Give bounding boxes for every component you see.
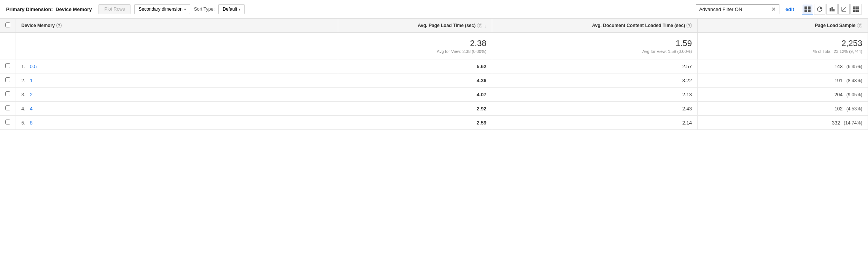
summary-row: 2.38 Avg for View: 2.38 (0.00%) 1.59 Avg… — [0, 33, 868, 59]
svg-rect-3 — [808, 10, 811, 12]
row-checkbox-cell[interactable] — [0, 102, 16, 116]
row-checkbox[interactable] — [5, 105, 10, 110]
row-number: 3. — [21, 92, 25, 97]
row-device-link[interactable]: 1 — [30, 78, 32, 83]
pivot-view-button[interactable] — [851, 4, 862, 14]
row-sample-cell: 191 (8.48%) — [698, 73, 868, 88]
scatter-icon — [841, 6, 847, 12]
table-row: 1. 0.5 5.62 2.57 143 (6.35%) — [0, 59, 868, 73]
row-sample-count: 191 — [835, 78, 843, 83]
svg-rect-13 — [857, 6, 859, 8]
summary-avg-doc-cell: 1.59 Avg for View: 1.59 (0.00%) — [492, 33, 697, 59]
row-device-link[interactable]: 0.5 — [30, 64, 37, 69]
scatter-view-button[interactable] — [838, 4, 850, 14]
toolbar: Primary Dimension: Device Memory Plot Ro… — [0, 0, 868, 19]
svg-rect-5 — [830, 8, 831, 11]
row-avg-load-cell: 4.07 — [338, 88, 492, 102]
row-avg-load-cell: 2.59 — [338, 116, 492, 130]
table-row: 4. 4 2.92 2.43 102 (4.53%) — [0, 102, 868, 116]
row-device-cell: 2. 1 — [16, 73, 338, 88]
col-header-sample: Page Load Sample ? — [698, 19, 868, 33]
summary-avg-doc-sub: Avg for View: 1.59 (0.00%) — [498, 49, 692, 54]
row-checkbox-cell[interactable] — [0, 59, 16, 73]
svg-rect-21 — [855, 11, 857, 12]
summary-checkbox-cell — [0, 33, 16, 59]
row-sample-count: 143 — [835, 64, 843, 69]
sort-type-dropdown[interactable]: Default ▾ — [218, 4, 245, 14]
row-checkbox-cell[interactable] — [0, 116, 16, 130]
row-device-link[interactable]: 8 — [30, 120, 32, 126]
table-row: 5. 8 2.59 2.14 332 (14.74%) — [0, 116, 868, 130]
row-device-cell: 4. 4 — [16, 102, 338, 116]
summary-avg-doc-value: 1.59 — [498, 38, 692, 48]
row-sample-pct: (8.48%) — [846, 78, 862, 83]
svg-line-8 — [842, 7, 846, 11]
advanced-filter-box: Advanced Filter ON ✕ — [696, 4, 779, 14]
row-device-cell: 1. 0.5 — [16, 59, 338, 73]
row-sample-count: 204 — [835, 92, 843, 97]
row-avg-doc-cell: 2.43 — [492, 102, 697, 116]
row-checkbox[interactable] — [5, 91, 10, 96]
row-sample-pct: (4.53%) — [846, 106, 862, 112]
pie-view-button[interactable] — [814, 4, 825, 14]
row-checkbox[interactable] — [5, 120, 10, 124]
row-device-link[interactable]: 2 — [30, 92, 32, 97]
svg-rect-14 — [853, 8, 855, 9]
row-avg-doc-cell: 2.13 — [492, 88, 697, 102]
row-avg-doc-cell: 3.22 — [492, 73, 697, 88]
row-avg-doc-cell: 2.14 — [492, 116, 697, 130]
row-avg-load-cell: 4.36 — [338, 73, 492, 88]
table-view-button[interactable] — [802, 4, 813, 14]
secondary-dimension-dropdown[interactable]: Secondary dimension ▾ — [134, 4, 190, 14]
svg-rect-18 — [855, 10, 857, 11]
row-sample-pct: (9.05%) — [846, 92, 862, 97]
help-icon-avg-doc[interactable]: ? — [687, 23, 692, 28]
svg-rect-16 — [857, 8, 859, 9]
chevron-down-icon-sort: ▾ — [238, 7, 240, 11]
table-row: 3. 2 4.07 2.13 204 (9.05%) — [0, 88, 868, 102]
svg-rect-2 — [804, 10, 807, 12]
summary-sample-value: 2,253 — [703, 38, 862, 48]
row-sample-count: 332 — [832, 120, 840, 126]
row-number: 2. — [21, 78, 25, 83]
table-row: 2. 1 4.36 3.22 191 (8.48%) — [0, 73, 868, 88]
select-all-checkbox-cell[interactable] — [0, 19, 16, 33]
plot-rows-button[interactable]: Plot Rows — [99, 4, 130, 14]
summary-avg-load-sub: Avg for View: 2.38 (0.00%) — [343, 49, 486, 54]
svg-rect-1 — [808, 6, 811, 9]
col-header-avg-doc: Avg. Document Content Loaded Time (sec) … — [492, 19, 697, 33]
row-number: 4. — [21, 106, 25, 112]
summary-sample-cell: 2,253 % of Total: 23.12% (9,744) — [698, 33, 868, 59]
svg-rect-17 — [853, 10, 855, 11]
table-icon — [804, 6, 811, 12]
row-sample-cell: 332 (14.74%) — [698, 116, 868, 130]
row-sample-pct: (6.35%) — [846, 64, 862, 69]
row-device-cell: 5. 8 — [16, 116, 338, 130]
primary-dimension-label: Primary Dimension: Device Memory — [6, 6, 92, 12]
svg-rect-15 — [855, 8, 857, 9]
filter-close-icon[interactable]: ✕ — [771, 6, 776, 12]
bar-view-button[interactable] — [826, 4, 838, 14]
view-icons-group — [802, 4, 862, 14]
row-sample-cell: 102 (4.53%) — [698, 102, 868, 116]
row-device-link[interactable]: 4 — [30, 106, 32, 112]
filter-text: Advanced Filter ON — [699, 6, 768, 12]
row-checkbox-cell[interactable] — [0, 88, 16, 102]
table-header-row: Device Memory ? Avg. Page Load Time (sec… — [0, 19, 868, 33]
select-all-checkbox[interactable] — [5, 22, 10, 27]
row-device-cell: 3. 2 — [16, 88, 338, 102]
bar-icon — [829, 6, 835, 12]
help-icon-avg-load[interactable]: ? — [477, 23, 482, 28]
help-icon-sample[interactable]: ? — [857, 23, 862, 28]
row-checkbox[interactable] — [5, 77, 10, 82]
row-avg-doc-cell: 2.57 — [492, 59, 697, 73]
sort-type-label: Sort Type: — [194, 6, 215, 12]
row-checkbox[interactable] — [5, 63, 10, 68]
col-header-device: Device Memory ? — [16, 19, 338, 33]
svg-rect-6 — [831, 7, 833, 11]
row-checkbox-cell[interactable] — [0, 73, 16, 88]
row-sample-cell: 204 (9.05%) — [698, 88, 868, 102]
summary-sample-sub: % of Total: 23.12% (9,744) — [703, 49, 862, 54]
edit-filter-link[interactable]: edit — [785, 6, 794, 12]
help-icon-device[interactable]: ? — [56, 23, 62, 28]
